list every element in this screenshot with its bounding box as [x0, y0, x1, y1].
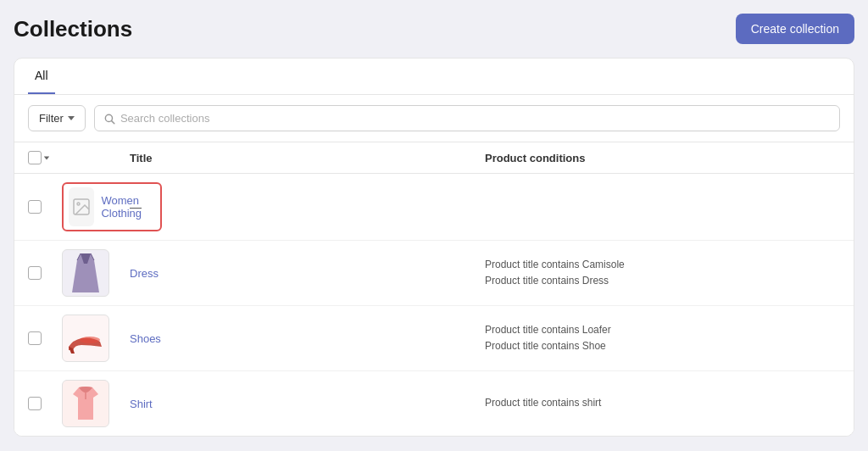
filter-button[interactable]: Filter — [28, 105, 86, 131]
search-wrapper — [94, 105, 840, 131]
row-checkbox[interactable] — [28, 331, 42, 345]
row-checkbox-cell — [28, 331, 62, 345]
condition-text: Product title contains LoaferProduct tit… — [485, 322, 840, 354]
col-conditions-header: Product conditions — [485, 151, 840, 164]
row-conditions-cell: Product title contains CamisoleProduct t… — [485, 257, 840, 289]
toolbar: Filter — [14, 95, 854, 142]
row-checkbox-cell — [28, 266, 62, 280]
svg-point-3 — [77, 203, 80, 205]
shoes-thumbnail — [62, 315, 109, 362]
shirt-thumbnail — [62, 380, 109, 427]
shirt-image — [66, 384, 105, 423]
table-row: Shirt Product title contains shirt — [14, 371, 854, 436]
row-conditions-cell: Product title contains LoaferProduct tit… — [485, 322, 840, 354]
row-thumbnail-cell — [62, 315, 130, 362]
search-input[interactable] — [120, 112, 831, 125]
row-name-cell: Dress — [130, 265, 485, 281]
row-thumbnail-cell — [62, 380, 130, 427]
select-all-cell — [28, 151, 62, 164]
row-checkbox[interactable] — [28, 200, 42, 214]
row-conditions-cell: Product title contains shirt — [485, 395, 840, 411]
tabs-bar: All — [14, 58, 854, 95]
collection-name-link[interactable]: Dress — [130, 267, 159, 280]
image-placeholder-icon — [69, 187, 94, 226]
col-title-header: Title — [130, 151, 485, 164]
row-name-cell: Shirt — [130, 396, 485, 411]
search-icon — [103, 113, 115, 125]
create-collection-button[interactable]: Create collection — [736, 14, 854, 44]
dress-image — [69, 252, 103, 294]
row-name-cell: Shoes — [130, 331, 485, 346]
no-condition-dash: — — [130, 200, 142, 214]
row-conditions-cell: — — [130, 199, 485, 214]
row-thumbnail-cell: Women Clothing — [62, 182, 130, 231]
collection-name-link[interactable]: Shirt — [130, 398, 153, 410]
table-row: Women Clothing — — [14, 174, 854, 241]
chevron-down-icon — [68, 116, 75, 120]
table-row: Dress Product title contains CamisolePro… — [14, 241, 854, 306]
table-row: Shoes Product title contains LoaferProdu… — [14, 306, 854, 371]
row-checkbox-cell — [28, 200, 62, 214]
row-checkbox[interactable] — [28, 266, 42, 280]
svg-point-8 — [80, 337, 100, 343]
svg-line-1 — [112, 120, 114, 123]
tab-all[interactable]: All — [28, 58, 55, 94]
page-header: Collections Create collection — [14, 14, 854, 44]
collections-card: All Filter Title Product conditions — [14, 58, 854, 437]
select-all-dropdown-icon[interactable] — [44, 156, 49, 159]
dress-thumbnail — [62, 249, 109, 297]
women-clothing-thumbnail — [69, 187, 94, 226]
filter-label: Filter — [39, 112, 64, 125]
shoes-image — [64, 323, 107, 354]
condition-text: Product title contains CamisoleProduct t… — [485, 257, 840, 289]
collection-name-link[interactable]: Shoes — [130, 332, 161, 345]
select-all-checkbox[interactable] — [28, 151, 42, 164]
row-checkbox-cell — [28, 397, 62, 410]
row-checkbox[interactable] — [28, 397, 42, 410]
condition-text: Product title contains shirt — [485, 395, 840, 411]
table-header: Title Product conditions — [14, 142, 854, 174]
page-title: Collections — [14, 16, 132, 42]
row-thumbnail-cell — [62, 249, 130, 297]
